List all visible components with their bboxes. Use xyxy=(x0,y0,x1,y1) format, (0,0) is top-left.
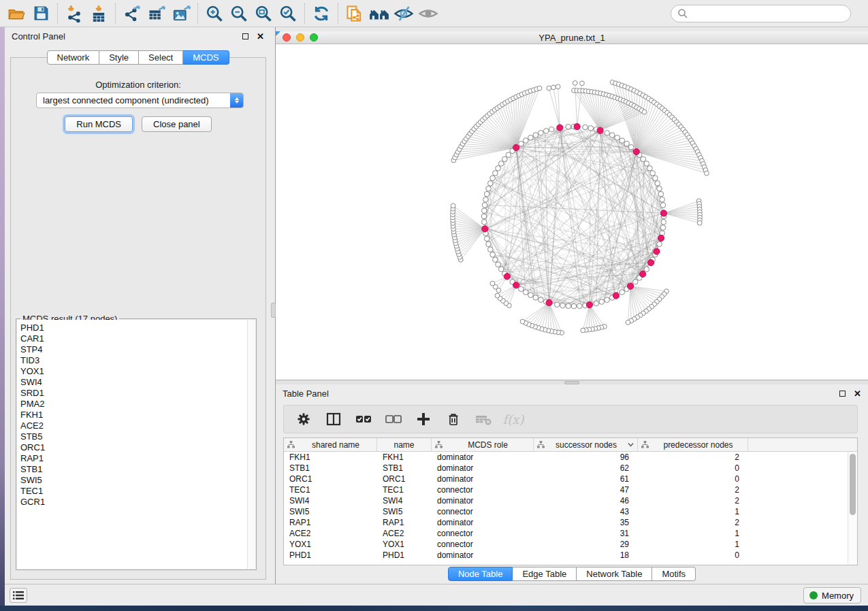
settings-gear-button[interactable] xyxy=(293,409,314,429)
mcds-result-item[interactable]: SWI5 xyxy=(20,475,247,486)
search-input[interactable] xyxy=(688,7,850,20)
tab-edge-table[interactable]: Edge Table xyxy=(513,567,577,581)
mcds-result-item[interactable]: CAR1 xyxy=(20,333,247,344)
table-row[interactable]: FKH1FKH1dominator962 xyxy=(284,452,848,463)
table-cell: 1 xyxy=(638,506,748,517)
mcds-result-item[interactable]: ORC1 xyxy=(20,442,247,453)
mcds-result-item[interactable]: ACE2 xyxy=(20,420,247,431)
select-all-rows-button[interactable] xyxy=(353,409,374,429)
table-cell: connector xyxy=(432,539,534,550)
close-panel-button[interactable]: Close panel xyxy=(142,116,212,132)
refresh-network-button[interactable] xyxy=(309,2,334,25)
table-row[interactable]: ORC1ORC1dominator610 xyxy=(284,474,848,484)
column-header-filler xyxy=(748,438,857,451)
export-network-button[interactable] xyxy=(120,2,144,25)
mcds-result-item[interactable]: STB1 xyxy=(20,464,247,475)
tab-node-table[interactable]: Node Table xyxy=(448,567,513,581)
network-canvas[interactable] xyxy=(276,44,868,380)
table-row[interactable]: STB1STB1dominator620 xyxy=(284,463,848,474)
deselect-all-rows-button[interactable] xyxy=(383,409,404,429)
open-file-button[interactable] xyxy=(4,2,29,25)
toolbar-separator xyxy=(338,3,338,24)
table-cell: TEC1 xyxy=(377,484,432,495)
mcds-result-item[interactable]: YOX1 xyxy=(20,366,247,377)
mcds-result-item[interactable]: GCR1 xyxy=(20,497,247,508)
optimization-criterion-value: largest connected component (undirected) xyxy=(37,95,230,105)
column-label: predecessor nodes xyxy=(649,440,748,450)
optimization-criterion-select[interactable]: largest connected component (undirected) xyxy=(36,93,244,108)
horizontal-splitter[interactable] xyxy=(276,380,868,384)
table-scrollbar[interactable] xyxy=(848,452,857,565)
mcds-hub-node xyxy=(597,127,603,133)
vertical-splitter[interactable] xyxy=(271,27,276,584)
table-cell: ORC1 xyxy=(377,474,432,484)
table-cell: ACE2 xyxy=(284,528,377,539)
import-network-button[interactable] xyxy=(62,2,86,25)
tab-motifs[interactable]: Motifs xyxy=(652,567,696,581)
column-header-successor-nodes[interactable]: successor nodes xyxy=(534,438,638,451)
delete-table-button[interactable] xyxy=(473,409,494,429)
import-table-button[interactable] xyxy=(86,2,111,25)
mcds-result-item[interactable]: TEC1 xyxy=(20,486,247,497)
table-row[interactable]: PHD1PHD1dominator180 xyxy=(284,550,848,561)
zoom-selected-button[interactable] xyxy=(276,2,300,25)
close-panel-icon[interactable]: ✕ xyxy=(854,389,861,398)
tab-network[interactable]: Network xyxy=(46,50,99,65)
column-header-predecessor-nodes[interactable]: predecessor nodes xyxy=(638,438,748,451)
splitter-handle[interactable] xyxy=(271,303,276,318)
table-row[interactable]: SWI5SWI5connector431 xyxy=(284,506,848,517)
table-row[interactable]: YOX1YOX1connector291 xyxy=(284,539,848,550)
mcds-result-item[interactable]: PMA2 xyxy=(20,399,247,410)
table-cell: RAP1 xyxy=(377,517,432,528)
network-view-titlebar[interactable]: YPA_prune.txt_1 xyxy=(276,31,868,44)
split-panel-button[interactable] xyxy=(323,409,344,429)
tab-mcds[interactable]: MCDS xyxy=(183,50,229,65)
column-header-shared-name[interactable]: shared name xyxy=(284,438,377,451)
mcds-result-item[interactable]: PHD1 xyxy=(20,323,247,333)
mcds-result-item[interactable]: TID3 xyxy=(20,355,247,366)
column-header-name[interactable]: name xyxy=(377,438,432,451)
float-panel-icon[interactable] xyxy=(839,391,846,397)
memory-status-icon xyxy=(809,591,818,599)
mcds-result-item[interactable]: SWI4 xyxy=(20,377,247,388)
export-table-button[interactable] xyxy=(144,2,169,25)
mcds-result-item[interactable]: STP4 xyxy=(20,344,247,355)
zoom-fit-button[interactable] xyxy=(251,2,276,25)
control-panel-tabs: NetworkStyleSelectMCDS xyxy=(46,50,229,65)
mcds-panel: Optimization criterion: largest connecte… xyxy=(10,57,266,580)
toolbar-separator xyxy=(304,3,305,24)
add-column-button[interactable] xyxy=(413,409,434,429)
delete-column-button[interactable] xyxy=(443,409,464,429)
close-panel-icon[interactable]: ✕ xyxy=(257,32,264,41)
export-image-button[interactable] xyxy=(169,2,193,25)
show-all-button[interactable] xyxy=(416,2,440,25)
table-scrollbar-thumb[interactable] xyxy=(850,454,856,515)
function-builder-button[interactable]: f(x) xyxy=(503,409,524,429)
tab-network-table[interactable]: Network Table xyxy=(577,567,652,581)
tab-select[interactable]: Select xyxy=(139,50,183,65)
mcds-hub-node xyxy=(660,210,666,216)
save-session-button[interactable] xyxy=(29,2,53,25)
table-row[interactable]: RAP1RAP1dominator352 xyxy=(284,517,848,528)
zoom-in-button[interactable] xyxy=(202,2,227,25)
float-panel-icon[interactable] xyxy=(242,33,248,39)
hide-selected-button[interactable] xyxy=(391,2,416,25)
task-history-button[interactable] xyxy=(10,588,27,603)
app-window: Control Panel ✕ NetworkStyleSelectMCDS O… xyxy=(5,27,868,606)
copy-network-button[interactable] xyxy=(342,2,367,25)
memory-button[interactable]: Memory xyxy=(803,587,861,604)
column-header-MCDS-role[interactable]: MCDS role xyxy=(432,438,534,451)
mcds-result-scrollbar[interactable] xyxy=(247,320,255,569)
run-mcds-button[interactable]: Run MCDS xyxy=(65,116,133,132)
mcds-result-item[interactable]: FKH1 xyxy=(20,410,247,420)
tab-style[interactable]: Style xyxy=(99,50,139,65)
table-row[interactable]: TEC1TEC1connector472 xyxy=(284,484,848,495)
table-cell: 0 xyxy=(638,550,748,561)
mcds-result-item[interactable]: RAP1 xyxy=(20,453,247,464)
mcds-result-item[interactable]: SRD1 xyxy=(20,388,247,399)
table-row[interactable]: ACE2ACE2connector311 xyxy=(284,528,848,539)
mcds-result-item[interactable]: STB5 xyxy=(20,431,247,442)
zoom-out-button[interactable] xyxy=(227,2,251,25)
first-neighbors-button[interactable] xyxy=(367,2,391,25)
table-row[interactable]: SWI4SWI4dominator462 xyxy=(284,495,848,506)
